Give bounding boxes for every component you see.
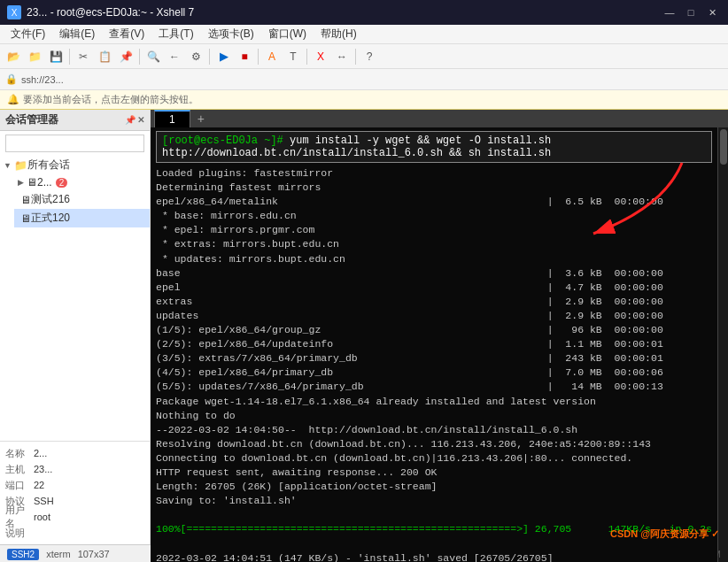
maximize-button[interactable]: □ [682,5,700,19]
status-xterm: xterm [46,549,71,559]
connect-button[interactable]: ▶ [213,47,233,66]
toolbar-sep-1 [69,49,70,65]
term-line-22: Length: 26705 (26K) [application/octet-s… [156,480,712,494]
paste-button[interactable]: 📌 [116,47,136,66]
address-text[interactable]: ssh://23... [21,74,64,85]
info-value-username: root [34,512,144,522]
term-line-13: (3/5): extras/7/x86_64/primary_db | 243 … [156,351,712,366]
main-layout: 会话管理器 📌 ✕ ▼ 📁 所有会话 ▶ 🖥 2... 2 [0,110,728,544]
cut-button[interactable]: ✂ [74,47,93,66]
term-line-25: 100%[===================================… [156,522,712,536]
term-line-27: 2022-03-02 14:04:51 (147 KB/s) - 'instal… [156,551,712,562]
close-button[interactable]: ✕ [703,5,721,19]
menu-help[interactable]: 帮助(H) [314,25,364,43]
term-line-21: HTTP request sent, awaiting response... … [156,466,712,480]
save-button[interactable]: 💾 [46,47,66,66]
sidebar-header-buttons: 📌 ✕ [125,115,144,125]
notif-text: 要添加当前会话，点击左侧的箭头按钮。 [23,93,198,106]
address-bar: 🔒 ssh://23... [0,69,728,90]
folder-icon: 📁 [14,159,27,172]
toolbar-sep-6 [355,49,356,65]
tree-item-2[interactable]: ▶ 🖥 2... 2 [14,174,150,190]
title-text: 23... - root@ecs-ED0Ja:~ - Xshell 7 [27,6,194,19]
term-line-11: (1/5): epel/x86_64/group_gz | 96 kB 00:0… [156,323,712,337]
color-button[interactable]: A [262,47,282,66]
open-button[interactable]: 📁 [25,47,44,66]
terminal-content[interactable]: [root@ecs-ED0Ja ~]# yum install -y wget … [151,127,717,562]
tree-item-all-sessions[interactable]: ▼ 📁 所有会话 [0,156,150,174]
info-label-desc: 说明 [5,527,34,540]
add-tab-button[interactable]: + [190,110,212,127]
disconnect-button[interactable]: ■ [235,47,254,66]
tab-label-1: 1 [169,113,175,126]
info-value-host: 23... [34,464,144,474]
font-button[interactable]: T [283,47,303,66]
menu-window[interactable]: 窗口(W) [261,25,314,43]
toolbar: 📂 📁 💾 ✂ 📋 📌 🔍 ← ⚙ ▶ ■ A T X ↔ ? [0,44,728,69]
tree-item-formal120[interactable]: 🖥 正式120 [14,209,150,227]
session-icon-2: 🖥 [20,194,31,206]
command-line: [root@ecs-ED0Ja ~]# yum install -y wget … [156,131,712,163]
search-button[interactable]: 🔍 [143,47,163,66]
term-line-10: updates | 2.9 kB 00:00:00 [156,309,712,323]
scroll-thumb[interactable] [720,129,727,165]
session-icon: 🖥 [27,176,37,189]
term-line-26 [156,536,712,550]
back-button[interactable]: ← [165,47,184,66]
term-line-19: Resolving download.bt.cn (download.bt.cn… [156,437,712,451]
menu-view[interactable]: 查看(V) [102,25,151,43]
help-button[interactable]: ? [360,47,379,66]
info-value-port: 22 [34,480,144,490]
tree-arrow-icon: ▼ [4,161,12,170]
info-row-name: 名称 2... [5,445,144,461]
status-left: SSH2 xterm 107x37 [7,549,110,559]
status-ssh2: SSH2 [7,549,39,559]
term-line-4: * epel: mirrors.prgmr.com [156,223,712,237]
new-session-button[interactable]: 📂 [4,47,23,66]
xshell-button[interactable]: X [311,47,330,66]
xftp-button[interactable]: ↔ [332,47,352,66]
tree-label-test216: 测试216 [31,192,70,207]
tab-bar: 1 + [151,110,728,127]
terminal-area: 1 + [root@ecs-ED0Ja ~]# yum install -y w… [151,110,728,544]
menu-tools[interactable]: 工具(T) [151,25,200,43]
term-line-23: Saving to: 'install.sh' [156,494,712,508]
copy-button[interactable]: 📋 [95,47,114,66]
notif-icon: 🔔 [7,94,19,105]
term-line-16: Package wget-1.14-18.el7_6.1.x86_64 alre… [156,395,712,409]
terminal-row: [root@ecs-ED0Ja ~]# yum install -y wget … [151,127,728,562]
terminal-scrollbar[interactable] [717,127,728,562]
info-value-protocol: SSH [34,496,144,506]
info-row-port: 端口 22 [5,477,144,493]
sidebar: 会话管理器 📌 ✕ ▼ 📁 所有会话 ▶ 🖥 2... 2 [0,110,151,544]
info-label-host: 主机 [5,463,34,476]
menu-tabs[interactable]: 选项卡(B) [201,25,261,43]
tree-item-test216[interactable]: 🖥 测试216 [14,190,150,209]
toolbar-sep-3 [209,49,210,65]
expand-icon: ▶ [18,178,24,187]
menu-bar: 文件(F) 编辑(E) 查看(V) 工具(T) 选项卡(B) 窗口(W) 帮助(… [0,25,728,44]
session-icon-3: 🖥 [20,212,31,225]
notification-bar: 🔔 要添加当前会话，点击左侧的箭头按钮。 [0,90,728,110]
toolbar-sep-2 [139,49,140,65]
menu-edit[interactable]: 编辑(E) [52,25,102,43]
info-label-name: 名称 [5,447,34,460]
toolbar-sep-5 [306,49,307,65]
term-line-12: (2/5): epel/x86_64/updateinfo | 1.1 MB 0… [156,337,712,351]
sidebar-pin-button[interactable]: 📌 [125,115,136,125]
menu-file[interactable]: 文件(F) [4,25,52,43]
term-line-20: Connecting to download.bt.cn (download.b… [156,451,712,466]
status-size: 107x37 [78,549,110,559]
ssh2-badge: SSH2 [7,549,39,560]
tree-label-formal120: 正式120 [31,211,70,226]
info-value-name: 2... [34,448,144,458]
term-line-5: * extras: mirrors.bupt.edu.cn [156,237,712,251]
info-panel: 名称 2... 主机 23... 端口 22 协议 SSH 用户名 root 说… [0,441,150,544]
sidebar-close-button[interactable]: ✕ [137,115,144,125]
term-line-9: extras | 2.9 kB 00:00:00 [156,295,712,309]
info-row-desc: 说明 [5,525,144,541]
settings-button[interactable]: ⚙ [186,47,205,66]
terminal-tab-1[interactable]: 1 [154,110,190,127]
sidebar-search-input[interactable] [5,135,144,152]
minimize-button[interactable]: — [661,5,678,19]
